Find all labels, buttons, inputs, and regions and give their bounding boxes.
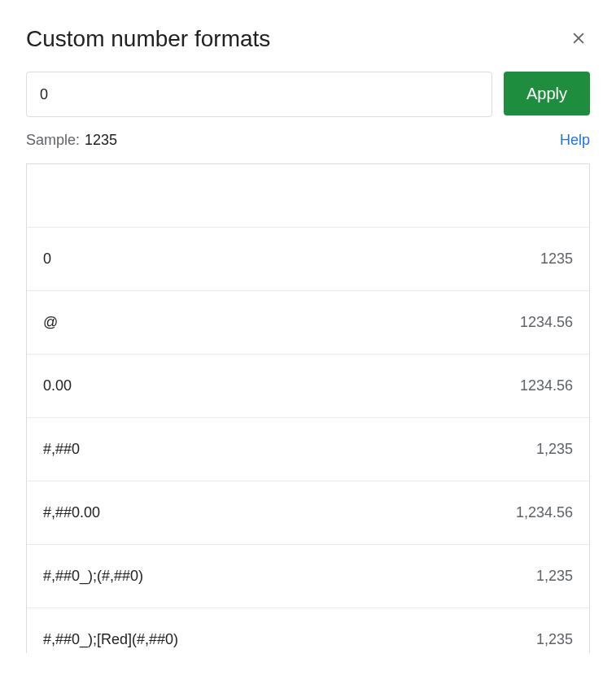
- format-code: #,##0_);[Red](#,##0): [43, 631, 178, 648]
- format-preview: 1,235: [536, 568, 573, 585]
- format-preview: 1234.56: [520, 377, 573, 394]
- format-code: #,##0_);(#,##0): [43, 568, 143, 585]
- format-row[interactable]: 0.001234.56: [27, 355, 589, 418]
- format-preview: 1,235: [536, 631, 573, 648]
- format-preview: 1,235: [536, 441, 573, 458]
- help-link[interactable]: Help: [560, 132, 590, 149]
- list-spacer: [27, 164, 589, 228]
- format-code: #,##0.00: [43, 504, 100, 521]
- format-code: #,##0: [43, 441, 80, 458]
- format-list[interactable]: 01235@1234.560.001234.56#,##01,235#,##0.…: [26, 163, 590, 653]
- close-button[interactable]: [567, 27, 590, 52]
- format-code: 0.00: [43, 377, 72, 394]
- format-row[interactable]: #,##0_);[Red](#,##0)1,235: [27, 608, 589, 653]
- format-row[interactable]: #,##0.001,234.56: [27, 481, 589, 545]
- sample-label: Sample:: [26, 132, 80, 149]
- format-preview: 1235: [540, 250, 573, 268]
- format-row[interactable]: #,##0_);(#,##0)1,235: [27, 545, 589, 608]
- format-preview: 1234.56: [520, 314, 573, 331]
- close-icon: [570, 30, 587, 49]
- format-row[interactable]: 01235: [27, 228, 589, 291]
- dialog-title: Custom number formats: [26, 26, 270, 52]
- format-preview: 1,234.56: [516, 504, 573, 521]
- format-input[interactable]: [26, 72, 492, 117]
- sample-value: 1235: [85, 132, 117, 149]
- format-row[interactable]: @1234.56: [27, 291, 589, 355]
- format-code: @: [43, 314, 58, 331]
- format-row[interactable]: #,##01,235: [27, 418, 589, 481]
- apply-button[interactable]: Apply: [504, 72, 590, 115]
- format-code: 0: [43, 250, 51, 268]
